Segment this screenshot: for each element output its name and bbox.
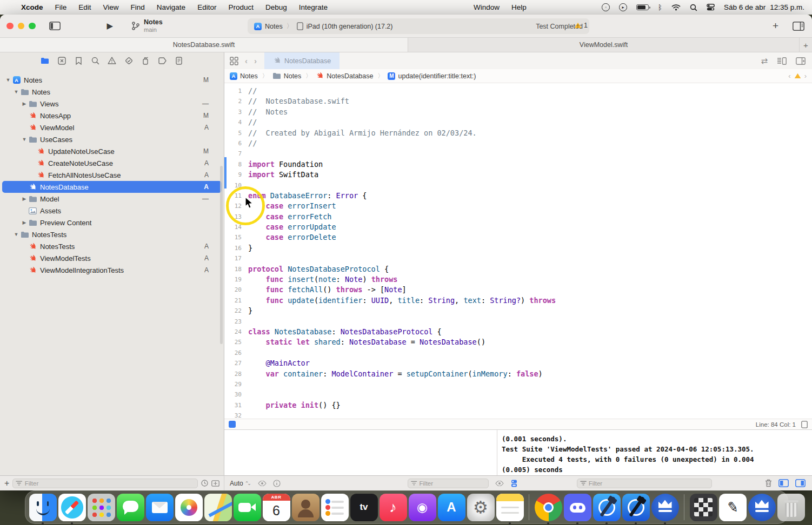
dock-blue-circle-app-2-icon[interactable] <box>748 494 776 521</box>
dock-contacts-icon[interactable] <box>292 494 320 521</box>
code-review-icon[interactable]: ⇄ <box>761 56 768 66</box>
info-icon[interactable] <box>273 480 281 487</box>
navigator-filter-field[interactable] <box>12 479 198 488</box>
sidebar-item-notestests[interactable]: ▼NotesTests <box>2 228 222 240</box>
dock-photos-icon[interactable] <box>175 494 203 521</box>
add-editor-icon[interactable] <box>796 57 806 65</box>
sidebar-item-assets[interactable]: Assets <box>2 205 222 217</box>
project-navigator-icon[interactable] <box>41 56 50 65</box>
toggle-navigator-icon[interactable] <box>49 22 61 30</box>
sidebar-item-notestests[interactable]: NotesTestsA <box>2 240 222 252</box>
clear-console-trash-icon[interactable] <box>765 479 772 487</box>
dock-mail-icon[interactable] <box>146 494 174 521</box>
bluetooth-icon[interactable]: ᛒ <box>658 3 662 11</box>
dock-facetime-icon[interactable] <box>234 494 261 521</box>
code-line[interactable]: 16} <box>224 243 812 253</box>
sidebar-scrollbar[interactable] <box>220 166 223 344</box>
issue-navigator-icon[interactable] <box>108 56 117 65</box>
variables-scope-dropdown[interactable]: Auto⌃⌄ <box>230 480 251 487</box>
dock-blue-circle-app-icon[interactable] <box>651 494 679 521</box>
code-line[interactable]: 25 static let shared: NotesDatabase = No… <box>224 337 812 347</box>
breakpoint-chip[interactable] <box>229 421 236 428</box>
menu-editor[interactable]: Editor <box>191 3 222 11</box>
code-line[interactable]: 23 <box>224 317 812 327</box>
back-button[interactable]: ‹ <box>245 56 248 65</box>
code-line[interactable]: 12 case errorInsert <box>224 201 812 211</box>
variables-view[interactable] <box>224 430 497 475</box>
scheme-name[interactable]: Notes <box>265 23 283 30</box>
menubar-clock[interactable]: Sáb 6 de abr12:35 p.m. <box>724 3 804 11</box>
dock-maps-icon[interactable] <box>204 494 232 521</box>
sidebar-item-preview-content[interactable]: ▶Preview Content <box>2 217 222 228</box>
code-line[interactable]: 7 <box>224 149 812 159</box>
menu-find[interactable]: Find <box>125 3 151 11</box>
code-line[interactable]: 2// NotesDatabase.swift <box>224 96 812 106</box>
add-button[interactable]: + <box>773 20 778 32</box>
code-line[interactable]: 30 <box>224 389 812 400</box>
menu-view[interactable]: View <box>97 3 125 11</box>
console-eye-icon[interactable] <box>495 481 504 486</box>
breadcrumb-item[interactable]: NotesDatabase <box>316 72 373 80</box>
console-panes-icon[interactable] <box>510 480 518 487</box>
sidebar-item-usecases[interactable]: ▼UseCases <box>2 133 222 145</box>
code-line[interactable]: 31 private init() {} <box>224 400 812 410</box>
sidebar-item-createnoteusecase[interactable]: CreateNoteUseCaseA <box>2 157 222 169</box>
dock-appstore-icon[interactable]: A <box>438 494 465 521</box>
scm-status-filter-icon[interactable] <box>211 480 219 487</box>
code-line[interactable]: 17 <box>224 253 812 264</box>
menu-edit[interactable]: Edit <box>72 3 97 11</box>
debug-filter-input[interactable] <box>420 480 485 487</box>
code-line[interactable]: 22} <box>224 306 812 316</box>
code-line[interactable]: 21 func update(identifier: UUID, title: … <box>224 295 812 306</box>
breadcrumb-item[interactable]: ANotes <box>230 72 258 80</box>
code-line[interactable]: 28 var container: ModelContainer = setup… <box>224 369 812 379</box>
disclosure-closed-icon[interactable]: ▶ <box>21 196 28 201</box>
dock-launchpad-icon[interactable] <box>88 494 115 521</box>
editor-device-icon[interactable] <box>801 421 808 428</box>
source-control-navigator-icon[interactable] <box>57 56 66 65</box>
battery-icon[interactable] <box>636 4 649 10</box>
menu-help[interactable]: Help <box>505 3 533 11</box>
sidebar-item-notes[interactable]: ▼ANotesM <box>2 74 222 86</box>
code-line[interactable]: 10 <box>224 180 812 191</box>
code-line[interactable]: 4// <box>224 117 812 127</box>
find-navigator-icon[interactable] <box>91 56 100 65</box>
dock-safari-icon[interactable] <box>58 494 86 521</box>
editor-file-tab[interactable]: NotesDatabase <box>264 52 340 69</box>
menubar-status-circle-icon[interactable]: ◦ <box>602 3 610 11</box>
dock-music-icon[interactable]: ♪ <box>380 494 407 521</box>
run-destination[interactable]: iPad (10th generation) (17.2) <box>307 23 393 30</box>
dock-xcode-beta-icon[interactable] <box>622 494 650 521</box>
add-filter-button[interactable]: + <box>4 479 9 488</box>
wifi-icon[interactable] <box>671 4 681 11</box>
breakpoint-navigator-icon[interactable] <box>158 56 167 65</box>
tab-viewmodel-swift[interactable]: ViewModel.swift <box>408 38 799 52</box>
disclosure-open-icon[interactable]: ▼ <box>12 232 20 237</box>
run-button[interactable]: ▶ <box>107 21 114 31</box>
code-line[interactable]: 26 <box>224 348 812 358</box>
breadcrumb-item[interactable]: Notes <box>272 72 302 80</box>
sidebar-item-viewmodel[interactable]: ViewModelA <box>2 122 222 133</box>
minimize-window-button[interactable] <box>18 23 25 30</box>
forward-button[interactable]: › <box>254 56 257 65</box>
dock-discord-icon[interactable] <box>564 494 591 521</box>
dock-drawing-app-icon[interactable]: ✎ <box>719 494 747 521</box>
control-center-icon[interactable] <box>707 4 715 11</box>
sidebar-item-model[interactable]: ▶Model— <box>2 193 222 205</box>
menu-window[interactable]: Window <box>468 3 505 11</box>
dock-chrome-icon[interactable] <box>535 494 562 521</box>
sidebar-item-viewmodelintegrationtests[interactable]: ViewModelIntegrationTestsA <box>2 264 222 276</box>
prev-issue-icon[interactable]: ‹ <box>788 72 790 80</box>
related-items-icon[interactable] <box>230 57 238 65</box>
debug-console[interactable]: (0.001 seconds).Test Suite 'ViewModelTes… <box>497 430 812 475</box>
code-line[interactable]: 19 func insert(note: Note) throws <box>224 274 812 285</box>
code-line[interactable]: 5// Created by Abigail Armijo Hernández … <box>224 128 812 138</box>
code-line[interactable]: 20 func fetchAll() throws -> [Note] <box>224 285 812 295</box>
console-filter-input[interactable] <box>589 480 709 487</box>
debug-navigator-icon[interactable] <box>141 56 150 65</box>
tab-notesdatabase-swift[interactable]: NotesDatabase.swift <box>0 38 408 52</box>
sidebar-item-notesapp[interactable]: NotesAppM <box>2 110 222 122</box>
toggle-console-view-icon[interactable] <box>795 479 806 487</box>
dock-reminders-icon[interactable] <box>321 494 349 521</box>
code-line[interactable]: 18protocol NotesDatabaseProtocol { <box>224 264 812 274</box>
